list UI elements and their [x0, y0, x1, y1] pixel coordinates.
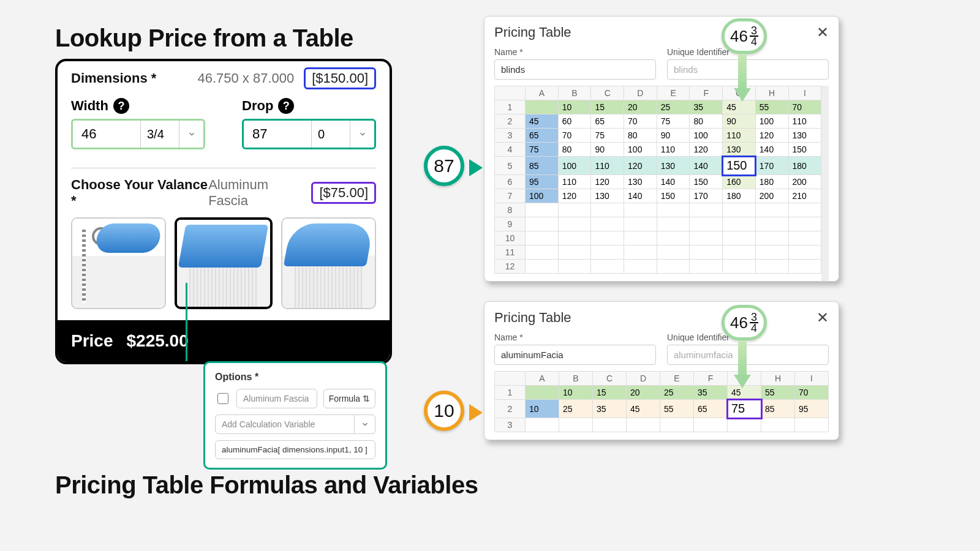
valance-label: Choose Your Valance *	[71, 177, 208, 209]
drop-input[interactable]: 87 0	[242, 119, 376, 149]
connector-line	[186, 283, 187, 361]
add-variable-input[interactable]: Add Calculation Variable	[215, 414, 355, 434]
price-value: $225.00	[127, 331, 189, 351]
formula-display[interactable]: aluminumFacia[ dimensions.input1, 10 ]	[215, 440, 375, 459]
drop-label: Drop	[242, 98, 273, 114]
close-icon[interactable]: ✕	[816, 24, 829, 41]
arrow-stem	[738, 54, 747, 91]
drop-callout: 87	[424, 146, 464, 186]
valance-price-badge: [$75.00]	[311, 182, 376, 204]
width-callout: 4634	[722, 18, 767, 54]
width-label: Width	[71, 98, 108, 114]
arrow-right-icon	[469, 159, 483, 176]
options-popout: Options * Aluminum Fascia Formula⇅ Add C…	[203, 361, 387, 470]
lookup-cell-150: 150	[723, 157, 756, 175]
heading-lookup: Lookup Price from a Table	[55, 24, 353, 52]
width-dropdown-icon[interactable]	[179, 121, 203, 148]
option-checkbox[interactable]	[217, 393, 228, 404]
arrow-right-icon	[469, 404, 483, 421]
pricing-table-title: Pricing Table	[494, 310, 571, 326]
pricing-grid-1[interactable]: ABCDEFGHI 11015202535455570 245606570758…	[494, 86, 821, 274]
valance-option-2[interactable]	[175, 217, 272, 309]
drop-dropdown-icon[interactable]	[350, 121, 374, 148]
arrow-down-icon	[734, 375, 751, 388]
add-variable-dropdown-icon[interactable]	[355, 414, 375, 434]
pricing-table-panel-1: Pricing Table ✕ Name * blinds Unique Ide…	[484, 16, 839, 282]
valance-option-1[interactable]	[71, 217, 166, 309]
name-input[interactable]: blinds	[494, 59, 656, 80]
name-label: Name *	[494, 332, 656, 342]
option-name-input[interactable]: Aluminum Fascia	[236, 389, 317, 408]
uid-input[interactable]: aluminumfacia	[667, 345, 829, 365]
width-fraction[interactable]: 3/4	[141, 121, 179, 148]
lookup-cell-75: 75	[728, 400, 761, 418]
drop-value[interactable]: 87	[244, 121, 312, 148]
price-label: Price	[71, 331, 113, 351]
name-label: Name *	[494, 47, 656, 57]
options-title: Options *	[215, 372, 375, 383]
price-bar: Price $225.00	[58, 320, 390, 362]
valance-selected: Aluminum Fascia	[208, 177, 301, 209]
arrow-stem	[738, 340, 747, 377]
width-callout: 4634	[722, 305, 767, 340]
pricing-table-title: Pricing Table	[494, 24, 571, 40]
name-input[interactable]: aluminumFacia	[494, 345, 656, 365]
scrollbar[interactable]	[821, 86, 829, 281]
row-callout: 10	[424, 391, 464, 431]
uid-input[interactable]: blinds	[667, 59, 829, 80]
pricing-grid-2[interactable]: ABCDEFGHI 11015202535455570 210253545556…	[494, 371, 829, 432]
help-icon[interactable]: ?	[113, 98, 129, 114]
dimensions-label: Dimensions *	[71, 70, 156, 86]
heading-formulas: Pricing Table Formulas and Variables	[55, 471, 478, 499]
dimensions-price-badge: [$150.00]	[304, 67, 376, 89]
help-icon[interactable]: ?	[278, 98, 294, 114]
dimensions-value: 46.750 x 87.000	[197, 70, 294, 86]
width-value[interactable]: 46	[73, 121, 141, 148]
valance-option-3[interactable]	[281, 217, 376, 309]
close-icon[interactable]: ✕	[816, 309, 829, 326]
option-type-select[interactable]: Formula⇅	[323, 389, 375, 408]
width-input[interactable]: 46 3/4	[71, 119, 205, 149]
product-card: Dimensions * 46.750 x 87.000 [$150.00] W…	[55, 59, 392, 364]
arrow-down-icon	[734, 88, 751, 102]
drop-fraction[interactable]: 0	[312, 121, 350, 148]
pricing-table-panel-2: Pricing Table ✕ Name * aluminumFacia Uni…	[484, 301, 839, 440]
